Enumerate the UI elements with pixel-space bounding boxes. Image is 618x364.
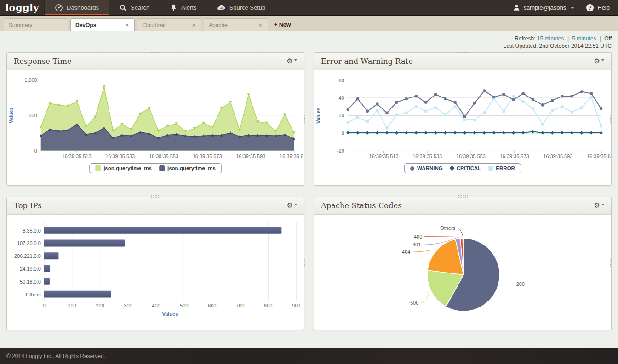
panel-body: 05001,00016:39:35.51316:39:35.53316:39:3… — [7, 70, 304, 185]
svg-text:16:39:35.613: 16:39:35.613 — [587, 154, 611, 159]
svg-text:Others: Others — [26, 292, 41, 297]
series-swatch — [488, 166, 493, 171]
gear-icon: ⚙ — [287, 202, 293, 209]
nav-dashboards[interactable]: Dashboards — [44, 0, 109, 15]
refresh-off-link[interactable]: Off — [604, 35, 612, 42]
panel-settings-button[interactable]: ⚙ — [287, 202, 297, 209]
svg-text:0: 0 — [34, 148, 37, 154]
svg-text:60: 60 — [339, 78, 344, 83]
svg-text:16:39:35.613: 16:39:35.613 — [280, 154, 304, 159]
svg-text:16:39:35.553: 16:39:35.553 — [456, 154, 486, 159]
gear-icon: ⚙ — [594, 58, 600, 65]
drag-handle[interactable] — [150, 194, 160, 198]
close-icon[interactable]: × — [258, 22, 263, 28]
tab-label: DevOps — [75, 22, 96, 28]
last-updated: Last Updated: 2nd October 2014 22:51 UTC — [6, 43, 612, 49]
panel-settings-button[interactable]: ⚙ — [594, 202, 604, 209]
series-swatch — [410, 166, 414, 171]
nav-label: Alerts — [181, 4, 196, 11]
legend-item[interactable]: ERROR — [488, 165, 515, 171]
legend-item[interactable]: json.querytime_ms — [159, 165, 216, 171]
svg-text:700: 700 — [236, 303, 244, 308]
svg-text:0: 0 — [43, 303, 46, 308]
panel-header: Top IPs ⚙ — [7, 197, 304, 215]
series-swatch — [159, 165, 165, 171]
svg-text:200: 200 — [96, 303, 104, 308]
svg-text:16:39:35.533: 16:39:35.533 — [412, 154, 442, 159]
svg-text:600: 600 — [208, 303, 216, 308]
legend-label: CRITICAL — [457, 165, 481, 171]
refresh-5-link[interactable]: 5 minutes — [572, 35, 596, 42]
tab-apache[interactable]: Apache × — [204, 18, 268, 31]
drag-handle[interactable] — [458, 194, 468, 198]
svg-text:401: 401 — [412, 242, 421, 247]
help-button[interactable]: ? Help — [586, 4, 610, 11]
svg-text:16:39:35.513: 16:39:35.513 — [369, 154, 399, 159]
footer: © 2014 Loggly Inc., All Rights Reserved. — [0, 348, 618, 364]
drag-handle[interactable] — [150, 50, 160, 54]
loggly-logo[interactable]: loggly — [0, 0, 44, 15]
nav-search[interactable]: Search — [109, 0, 160, 15]
panel-apache-status-codes: Apache Status Codes ⚙ 200500404401400Oth… — [314, 197, 612, 330]
chart-legend: json.querytime_ms json.querytime_ms — [89, 163, 222, 173]
user-email: sample@jasons — [524, 4, 566, 11]
panel-settings-button[interactable]: ⚙ — [287, 58, 297, 65]
nav-source-setup[interactable]: Source Setup — [207, 0, 276, 15]
panel-top-ips: Top IPs ⚙ 01002003004005006007008009008.… — [6, 197, 304, 330]
new-tab-button[interactable]: + New — [274, 22, 291, 28]
gauge-icon — [55, 4, 63, 12]
close-icon[interactable]: × — [124, 22, 130, 28]
panel-header: Apache Status Codes ⚙ — [314, 197, 611, 215]
svg-text:-20: -20 — [337, 148, 344, 154]
svg-text:404: 404 — [402, 249, 410, 255]
legend-label: WARNING — [417, 165, 443, 171]
panel-header: Response Time ⚙ — [7, 53, 304, 70]
drag-handle[interactable] — [458, 50, 468, 54]
svg-text:16:39:35.513: 16:39:35.513 — [62, 154, 92, 159]
nav-label: Search — [131, 4, 149, 11]
refresh-label: Refresh: — [515, 35, 535, 42]
svg-text:107.20.0.0: 107.20.0.0 — [17, 240, 41, 246]
svg-text:Values: Values — [162, 311, 178, 317]
panel-body: 01002003004005006007008009008.35.0.0107.… — [7, 215, 304, 330]
svg-text:900: 900 — [292, 303, 300, 308]
main-nav: Dashboards Search Alerts Source Setup — [44, 0, 275, 15]
svg-text:206.221.0.0: 206.221.0.0 — [14, 253, 41, 259]
svg-text:0: 0 — [342, 131, 344, 136]
svg-text:Values: Values — [8, 107, 14, 123]
svg-text:20: 20 — [339, 113, 344, 118]
svg-text:800: 800 — [264, 303, 272, 308]
series-swatch — [95, 165, 101, 171]
user-icon — [513, 4, 520, 11]
chevron-down-icon — [601, 204, 604, 205]
tab-label: Apache — [209, 22, 228, 28]
nav-alerts[interactable]: Alerts — [160, 0, 206, 15]
refresh-bar: Refresh: 15 minutes | 5 minutes | Off La… — [6, 31, 612, 52]
nav-right: sample@jasons ? Help — [513, 0, 618, 15]
panel-header: Error and Warning Rate ⚙ — [314, 53, 611, 70]
svg-text:500: 500 — [29, 113, 37, 118]
svg-text:500: 500 — [180, 303, 188, 308]
panel-grid: Response Time ⚙ 05001,00016:39:35.51316:… — [6, 52, 612, 330]
tab-devops[interactable]: DevOps × — [70, 18, 135, 31]
legend-label: json.querytime_ms — [167, 165, 216, 171]
user-menu[interactable]: sample@jasons — [513, 4, 575, 11]
cloud-upload-icon — [217, 4, 226, 11]
tab-summary[interactable]: Summary — [4, 18, 68, 31]
svg-text:500: 500 — [410, 300, 418, 306]
series-swatch — [449, 165, 454, 171]
legend-item[interactable]: CRITICAL — [450, 165, 481, 171]
svg-text:16:39:35.553: 16:39:35.553 — [149, 154, 178, 159]
search-icon — [120, 4, 127, 11]
legend-item[interactable]: WARNING — [410, 165, 443, 171]
panel-settings-button[interactable]: ⚙ — [594, 58, 604, 65]
panel-body: 200500404401400Others — [314, 215, 611, 330]
refresh-15-link[interactable]: 15 minutes — [537, 35, 564, 42]
svg-text:16:39:35.573: 16:39:35.573 — [500, 154, 529, 159]
close-icon[interactable]: × — [191, 22, 196, 28]
tab-cloudtrail[interactable]: Cloudtrail × — [137, 18, 201, 31]
chevron-down-icon — [601, 59, 604, 61]
svg-text:Values: Values — [315, 108, 321, 124]
svg-text:16:39:35.593: 16:39:35.593 — [543, 154, 572, 159]
legend-item[interactable]: json.querytime_ms — [95, 165, 152, 171]
